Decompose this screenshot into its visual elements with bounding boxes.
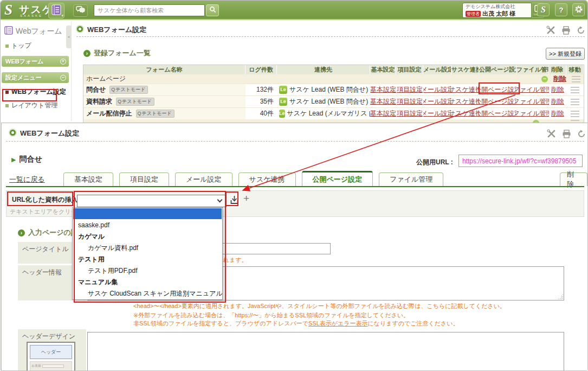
file-management-link[interactable]: ファイル管理: [516, 109, 549, 118]
tab-field-settings[interactable]: 項目設定: [119, 172, 169, 186]
insert-download-button[interactable]: [229, 195, 240, 207]
field-settings-link[interactable]: 項目設定: [397, 109, 423, 118]
basic-settings-link[interactable]: 基本設定: [370, 85, 396, 94]
saaske-home-button[interactable]: S: [537, 3, 550, 16]
mail-settings-link[interactable]: メール設定: [423, 97, 451, 106]
chat-button[interactable]: [73, 4, 88, 17]
resize-handle[interactable]: [558, 295, 563, 299]
test-mode-badge[interactable]: Qテストモード: [109, 86, 148, 94]
tab-label: 公開ページ設定: [313, 175, 363, 184]
delete-link[interactable]: 削除: [551, 97, 564, 106]
collapse-group-icon[interactable]: −: [541, 76, 548, 82]
mail-settings-link[interactable]: メール設定: [423, 109, 451, 118]
column-header: メール設定: [423, 65, 451, 74]
table-header-row: フォーム名称 ログ件数 連携先 基本設定 項目設定 メール設定 サスケ連携 公開…: [83, 65, 584, 74]
dropdown-selected-blank-option[interactable]: [73, 208, 222, 219]
file-management-link[interactable]: ファイル管理: [516, 97, 549, 106]
form-name[interactable]: 資料請求: [86, 97, 112, 106]
print-icon[interactable]: [562, 130, 571, 140]
basic-settings-link[interactable]: 基本設定: [370, 97, 396, 106]
file-management-link[interactable]: ファイル管理: [516, 85, 549, 94]
saaske-s-icon: S: [541, 5, 546, 15]
company-name: デモシステム株式会社: [466, 4, 528, 9]
log-count: 35件: [245, 96, 277, 107]
sidebar-item-top[interactable]: トップ: [1, 37, 71, 50]
help-button[interactable]: ?: [555, 3, 567, 16]
divider: [76, 36, 585, 37]
global-search-input[interactable]: サスケ全体から顧客検索: [94, 4, 205, 16]
tab-public-page-settings[interactable]: 公開ページ設定: [302, 171, 373, 186]
saaske-integration-link[interactable]: サスケ連携: [451, 97, 479, 106]
test-mode-badge[interactable]: Qテストモード: [116, 98, 154, 106]
divider: [6, 141, 584, 142]
chat-icon: [76, 6, 85, 16]
refresh-icon[interactable]: [577, 26, 585, 37]
ssl-error-link[interactable]: SSL表示がエラー表示: [308, 320, 368, 327]
badge-label: テストモード: [122, 98, 152, 105]
move-handle-icon[interactable]: [571, 111, 579, 117]
sidebar-item-webform-settings[interactable]: WEBフォーム設定: [1, 83, 71, 97]
minus-circle-icon[interactable]: −: [60, 75, 66, 81]
move-handle-icon[interactable]: [572, 76, 580, 82]
tab-delete[interactable]: 削除: [560, 172, 587, 186]
dropdown-option[interactable]: カゲマル資料.pdf: [73, 242, 222, 254]
header-info-note2: ※外部ファイルを読み込む場合は、「https://〜」から始まるSSL領域のファ…: [133, 311, 409, 319]
public-url-value[interactable]: https://secure-link.jp/wf/?c=wf39879505: [458, 155, 583, 167]
sidebar-section-settings-menu[interactable]: 設定メニュー −: [2, 72, 69, 83]
lead-icon: Le: [279, 86, 287, 94]
tab-saaske-integration[interactable]: サスケ連携: [238, 172, 296, 186]
saaske-integration-link[interactable]: サスケ連携: [451, 109, 479, 118]
group-name: ホームページ: [83, 74, 126, 84]
header-design-textarea[interactable]: [87, 332, 564, 371]
dropdown-option[interactable]: テスト用PDF.pdf: [73, 265, 222, 277]
delete-link[interactable]: 削除: [551, 85, 564, 94]
column-header: フォーム名称: [83, 65, 245, 74]
move-handle-icon[interactable]: [571, 87, 579, 93]
sidebar-section-webform[interactable]: WEBフォーム +: [2, 56, 69, 67]
new-registration-button[interactable]: >> 新規登録: [546, 48, 585, 60]
move-handle-icon[interactable]: [571, 99, 579, 105]
tools-icon[interactable]: [546, 25, 555, 37]
back-to-list-link[interactable]: 一覧に戻る: [9, 175, 45, 184]
tab-mail-settings[interactable]: メール設定: [175, 172, 232, 186]
notebook-menu-button[interactable]: ▾: [48, 3, 64, 18]
form-name[interactable]: メール配信停止: [86, 109, 132, 118]
plus-circle-icon[interactable]: +: [60, 59, 66, 65]
tools-icon[interactable]: [547, 129, 556, 140]
search-button[interactable]: [206, 4, 219, 16]
magnifier-icon: Q: [138, 110, 141, 117]
tab-basic-settings[interactable]: 基本設定: [63, 172, 113, 186]
note3-pre: 非SSL領域のファイルを指定すると、ブラウザのアドレスバーで: [133, 320, 308, 327]
test-mode-badge[interactable]: Qテストモード: [136, 110, 175, 118]
material-dropdown-list: saaske.pdf カゲマル カゲマル資料.pdf テスト用 テスト用PDF.…: [72, 207, 223, 300]
material-select[interactable]: [77, 195, 227, 207]
basic-settings-link[interactable]: 基本設定: [370, 109, 396, 118]
tab-label: サスケ連携: [249, 175, 285, 184]
sidebar-item-label: レイアウト管理: [11, 101, 57, 110]
tab-file-management[interactable]: ファイル管理: [379, 172, 443, 186]
public-page-settings-link[interactable]: 公開ページ設定: [479, 85, 516, 94]
lead-icon: Le: [279, 98, 287, 106]
delete-link[interactable]: 削除: [551, 109, 564, 118]
print-icon[interactable]: [561, 26, 571, 37]
search-placeholder: サスケ全体から顧客検索: [98, 7, 164, 15]
form-name[interactable]: 問合せ: [86, 85, 106, 94]
refresh-icon[interactable]: [577, 130, 586, 140]
sidebar-item-layout[interactable]: レイアウト管理: [1, 97, 71, 110]
header-info-note3: 非SSL領域のファイルを指定すると、ブラウザのアドレスバーでSSL表示がエラー表…: [133, 319, 459, 328]
add-material-button[interactable]: +: [243, 194, 249, 203]
field-settings-link[interactable]: 項目設定: [397, 85, 423, 94]
lead-icon: Le: [279, 110, 285, 118]
field-settings-link[interactable]: 項目設定: [397, 97, 423, 106]
public-page-settings-link[interactable]: 公開ページ設定: [479, 109, 516, 118]
dropdown-option[interactable]: saaske.pdf: [73, 220, 222, 231]
sidebar-collapse-handle[interactable]: ◂: [66, 25, 71, 48]
log-count: 40件: [245, 108, 277, 119]
mail-settings-link[interactable]: メール設定: [423, 85, 451, 94]
settings-button[interactable]: [572, 3, 585, 16]
public-page-settings-link[interactable]: 公開ページ設定: [479, 97, 516, 106]
table-row: メール配信停止Qテストモード 40件 Leサスケ Lead (メルマガリスト) …: [83, 107, 584, 119]
group-delete-link[interactable]: 削除: [553, 74, 566, 84]
saaske-integration-link[interactable]: サスケ連携: [451, 85, 479, 94]
dropdown-option[interactable]: サスケ CloudScan スキャン用途別マニュアル.pdf: [73, 288, 222, 299]
